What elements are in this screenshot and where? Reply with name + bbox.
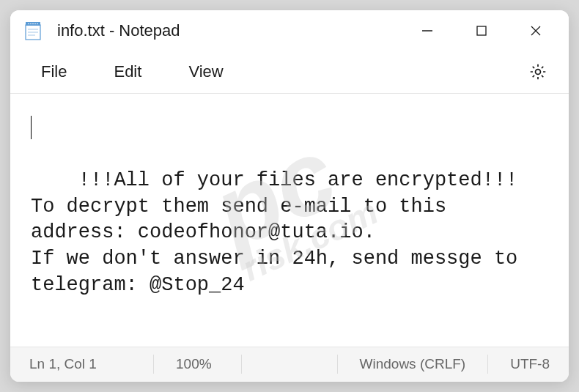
menubar: File Edit View [10, 51, 569, 94]
svg-point-6 [37, 23, 38, 25]
text-cursor [31, 116, 32, 139]
svg-point-3 [30, 23, 32, 25]
status-position: Ln 1, Col 1 [29, 355, 154, 374]
svg-point-14 [536, 70, 541, 75]
document-text: !!!All of your files are encrypted!!! To… [31, 169, 530, 296]
minimize-button[interactable] [400, 10, 454, 51]
status-line-ending: Windows (CRLF) [360, 355, 489, 374]
menu-file[interactable]: File [18, 55, 90, 89]
text-area[interactable]: !!!All of your files are encrypted!!! To… [10, 94, 569, 347]
titlebar: info.txt - Notepad [10, 10, 569, 51]
menu-edit[interactable]: Edit [90, 55, 165, 89]
svg-point-2 [28, 23, 29, 25]
svg-point-4 [32, 23, 34, 25]
menu-view[interactable]: View [165, 55, 246, 89]
maximize-button[interactable] [454, 10, 509, 51]
settings-button[interactable] [520, 54, 556, 89]
status-encoding: UTF-8 [510, 355, 550, 374]
window-title: info.txt - Notepad [57, 21, 400, 40]
close-button[interactable] [509, 10, 563, 51]
svg-rect-11 [477, 26, 486, 35]
window-controls [400, 10, 563, 51]
status-spacer [264, 355, 338, 374]
notepad-icon [25, 21, 41, 40]
svg-point-5 [34, 23, 36, 25]
status-zoom[interactable]: 100% [176, 355, 242, 374]
notepad-window: info.txt - Notepad File Edit View !!!Al [10, 10, 569, 382]
statusbar: Ln 1, Col 1 100% Windows (CRLF) UTF-8 [10, 347, 569, 382]
